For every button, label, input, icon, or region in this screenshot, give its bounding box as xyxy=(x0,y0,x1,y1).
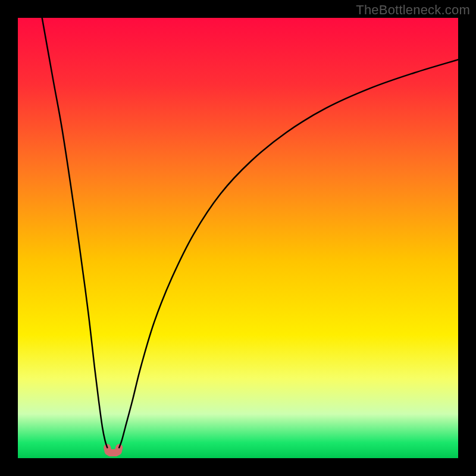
gradient-background xyxy=(18,18,458,458)
chart-svg xyxy=(18,18,458,458)
chart-frame: TheBottleneck.com xyxy=(0,0,476,476)
chart-plot-area xyxy=(18,18,458,458)
watermark-label: TheBottleneck.com xyxy=(356,2,470,18)
